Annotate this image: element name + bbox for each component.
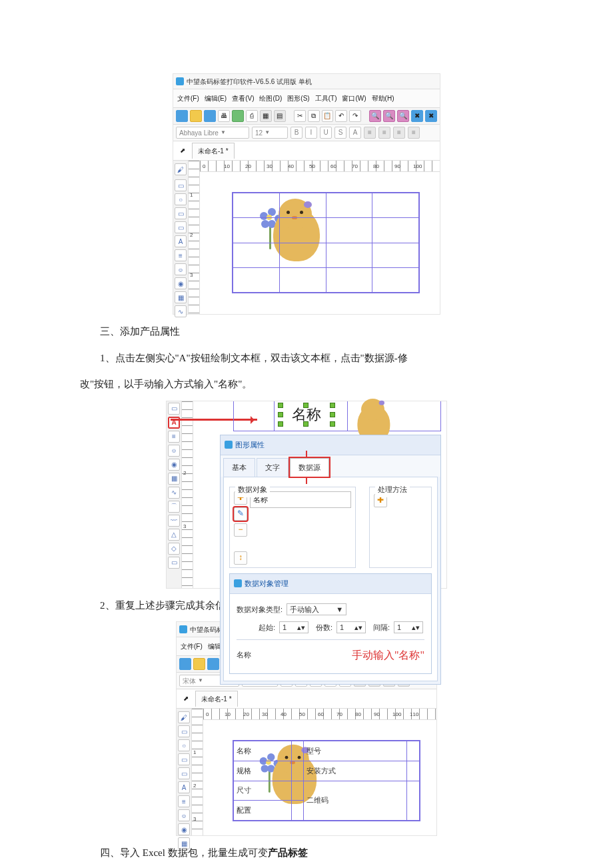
tool-table-icon[interactable]: ▦ <box>168 473 180 485</box>
tab-text[interactable]: 文字 <box>257 458 289 477</box>
tool-printpreview-icon[interactable] <box>232 110 244 122</box>
tool-grid-icon[interactable]: ▦ <box>260 110 272 122</box>
tool-new-icon[interactable] <box>176 110 188 122</box>
menu-tool[interactable]: 工具(T) <box>315 91 337 105</box>
tool-save-icon[interactable] <box>204 110 216 122</box>
menu-draw[interactable]: 绘图(D) <box>259 91 282 105</box>
tool-barcode-icon[interactable]: ⌾ <box>178 809 190 821</box>
tool-undo-icon[interactable]: ↶ <box>335 110 347 122</box>
tool-line-icon[interactable]: ▭ <box>175 179 187 191</box>
start-value: 1 <box>283 620 287 635</box>
design-canvas-3[interactable]: 名称 型号 规格 安装方式 尺寸 二维码 <box>203 720 436 833</box>
font-name-combo[interactable]: Abhaya Libre ▼ <box>176 127 249 139</box>
menu-file[interactable]: 文件(F) <box>181 639 203 653</box>
menu-file[interactable]: 文件(F) <box>177 91 199 105</box>
tab-datasource[interactable]: 数据源 <box>290 458 329 477</box>
tool-copy-icon[interactable]: ⧉ <box>308 110 320 122</box>
data-object-manager-dialog[interactable]: 数据对象管理 数据对象类型: 手动输入 ▼ <box>229 573 432 674</box>
tool-table-icon[interactable]: ▦ <box>175 291 187 303</box>
tool-triangle-icon[interactable]: △ <box>168 529 180 541</box>
tool-paint-icon[interactable]: 🖌 <box>178 711 190 723</box>
pointer-tool-icon[interactable]: ⬈ <box>177 145 188 156</box>
label-grid[interactable] <box>232 192 420 293</box>
move-up-button[interactable]: ↕ <box>234 551 247 565</box>
tool-misc-icon[interactable]: ▭ <box>168 557 180 569</box>
italic-button[interactable]: I <box>305 127 317 139</box>
tool-paste-icon[interactable]: 📋 <box>322 110 334 122</box>
menu-window[interactable]: 窗口(W) <box>342 91 366 105</box>
menu-shape[interactable]: 图形(S) <box>287 91 309 105</box>
tool-zoom-out-icon[interactable]: 🔍 <box>383 110 395 122</box>
selected-text-object[interactable]: 名称 <box>281 405 332 424</box>
app-title: 中望条码标签打印软件-V6.5.6 试用版 单机 <box>187 75 312 89</box>
tool-paint-icon[interactable]: 🖌 <box>175 163 187 175</box>
bold-button[interactable]: B <box>291 127 303 139</box>
tool-barcode-icon[interactable]: ⌾ <box>175 263 187 275</box>
mgr-icon <box>234 579 242 587</box>
type-dropdown[interactable]: 手动输入 ▼ <box>287 603 346 615</box>
tool-ellipse-icon[interactable]: ○ <box>175 193 187 205</box>
tool-layers-icon[interactable]: ▤ <box>274 110 286 122</box>
tool-qrcode-icon[interactable]: ◉ <box>168 459 180 471</box>
tool-barcode-icon[interactable]: ⌾ <box>168 445 180 457</box>
tool-diamond-icon[interactable]: ◇ <box>168 543 180 555</box>
tool-richtext-icon[interactable]: ≡ <box>168 431 180 443</box>
tool-open-icon[interactable] <box>193 658 205 670</box>
tool-cut-icon[interactable]: ✂ <box>294 110 306 122</box>
tool-richtext-icon[interactable]: ≡ <box>178 795 190 807</box>
tool-line-icon[interactable]: ▭ <box>178 725 190 737</box>
start-spinner[interactable]: 1▴▾ <box>279 621 308 633</box>
dialog-icon <box>225 441 233 449</box>
tool-rect-icon[interactable]: ▭ <box>175 207 187 219</box>
tool-rect-icon[interactable]: ▭ <box>168 403 180 415</box>
align-center-icon[interactable]: ≡ <box>378 127 390 139</box>
tool-zoom-in-icon[interactable]: 🔍 <box>369 110 381 122</box>
tool-roundrect-icon[interactable]: ▭ <box>175 221 187 233</box>
tool-zoom-fit-icon[interactable]: 🔍 <box>397 110 409 122</box>
tool-export-icon[interactable]: ⎙ <box>246 110 258 122</box>
underline-button[interactable]: U <box>320 127 332 139</box>
tool-richtext-icon[interactable]: ≡ <box>175 249 187 261</box>
tool-rect-icon[interactable]: ▭ <box>178 753 190 765</box>
tool-print-icon[interactable]: 🖶 <box>218 110 230 122</box>
tool-x2-icon[interactable]: ✖ <box>425 110 437 122</box>
mgr-titlebar: 数据对象管理 <box>230 574 431 594</box>
tool-text-icon[interactable]: A <box>178 781 190 793</box>
edit-button-highlighted[interactable]: ✎ <box>234 507 247 521</box>
tool-x1-icon[interactable]: ✖ <box>411 110 423 122</box>
tool-save-icon[interactable] <box>207 658 219 670</box>
tool-open-icon[interactable] <box>190 110 202 122</box>
tool-redo-icon[interactable]: ↷ <box>349 110 361 122</box>
pointer-tool-icon[interactable]: ⬈ <box>181 693 191 704</box>
document-tab[interactable]: 未命名-1 * <box>192 143 235 159</box>
fontcolor-button[interactable]: A <box>349 127 361 139</box>
menu-edit[interactable]: 编辑(E) <box>205 91 227 105</box>
menu-view[interactable]: 查看(V) <box>232 91 254 105</box>
document-tab[interactable]: 未命名-1 * <box>195 691 238 707</box>
tool-qrcode-icon[interactable]: ◉ <box>178 823 190 835</box>
strike-button[interactable]: S <box>334 127 346 139</box>
delete-button[interactable]: − <box>234 523 247 537</box>
tool-text-icon[interactable]: A <box>175 235 187 247</box>
tool-wave-icon[interactable]: 〰 <box>168 515 180 527</box>
tab-basic[interactable]: 基本 <box>223 458 255 477</box>
horizontal-ruler: 0 10 20 30 40 50 60 70 80 90 100 <box>200 161 440 172</box>
tool-curve-icon[interactable]: ∿ <box>175 305 187 317</box>
tool-new-icon[interactable] <box>179 658 191 670</box>
shape-properties-dialog[interactable]: 图形属性 基本 文字 数据源 数据对象 <box>220 435 441 685</box>
align-left-icon[interactable]: ≡ <box>364 127 376 139</box>
tool-ellipse-icon[interactable]: ○ <box>178 739 190 751</box>
tool-curve-icon[interactable]: ∿ <box>168 487 180 499</box>
align-justify-icon[interactable]: ≡ <box>408 127 420 139</box>
left-tool-palette: 🖌 ▭ ○ ▭ ▭ A ≡ ⌾ ◉ ▦ ∿ <box>173 161 189 314</box>
tool-roundrect-icon[interactable]: ▭ <box>178 767 190 779</box>
align-right-icon[interactable]: ≡ <box>393 127 405 139</box>
font-size-combo[interactable]: 12 ▼ <box>252 127 288 139</box>
label-grid-3[interactable]: 名称 型号 规格 安装方式 尺寸 二维码 <box>233 740 420 821</box>
tool-arc-icon[interactable]: ⌒ <box>168 501 180 513</box>
tool-qrcode-icon[interactable]: ◉ <box>175 277 187 289</box>
design-canvas[interactable] <box>200 172 440 312</box>
gap-spinner[interactable]: 1▴▾ <box>394 621 423 633</box>
count-spinner[interactable]: 1▴▾ <box>336 621 366 633</box>
menu-help[interactable]: 帮助(H) <box>372 91 394 105</box>
